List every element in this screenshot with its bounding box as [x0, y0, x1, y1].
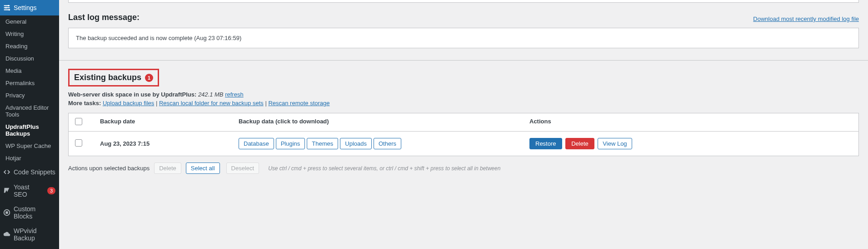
rescan-remote-link[interactable]: Rescan remote storage — [268, 100, 329, 107]
sidebar-item-advanced-editor-tools[interactable]: Advanced Editor Tools — [0, 102, 59, 121]
sidebar-label: WPvivid Backup — [14, 227, 55, 242]
sidebar-item-course-access[interactable]: Course Access — [0, 245, 59, 249]
upload-backup-files-link[interactable]: Upload backup files — [103, 100, 154, 107]
bulk-actions-bar: Actions upon selected backups Delete Sel… — [68, 163, 859, 174]
svg-rect-4 — [5, 211, 8, 213]
sidebar-item-general[interactable]: General — [0, 15, 59, 28]
download-others-button[interactable]: Others — [374, 138, 401, 149]
existing-backups-highlight: Existing backups 1 — [68, 69, 159, 86]
download-themes-button[interactable]: Themes — [307, 138, 338, 149]
admin-sidebar: Settings GeneralWritingReadingDiscussion… — [0, 0, 59, 249]
sidebar-item-discussion[interactable]: Discussion — [0, 52, 59, 65]
code-icon — [3, 168, 11, 176]
panel-top-edge — [68, 0, 859, 3]
main-content: Last log message: Download most recently… — [59, 0, 868, 249]
block-icon — [3, 208, 11, 217]
download-database-button[interactable]: Database — [239, 138, 274, 149]
delete-button[interactable]: Delete — [565, 138, 594, 149]
svg-point-0 — [8, 5, 10, 7]
col-header-actions: Actions — [529, 118, 852, 127]
sidebar-item-code-snippets[interactable]: Code Snippets — [0, 164, 59, 180]
sidebar-item-reading[interactable]: Reading — [0, 40, 59, 52]
bulk-actions-label: Actions upon selected backups — [68, 165, 150, 172]
sidebar-item-hotjar[interactable]: Hotjar — [0, 152, 59, 164]
download-log-link[interactable]: Download most recently modified log file — [753, 15, 859, 22]
bulk-delete-button[interactable]: Delete — [154, 163, 181, 174]
svg-point-2 — [9, 9, 10, 11]
sidebar-item-privacy[interactable]: Privacy — [0, 89, 59, 102]
notification-badge: 3 — [47, 187, 55, 194]
download-plugins-button[interactable]: Plugins — [276, 138, 305, 149]
col-header-date: Backup date — [100, 118, 239, 127]
sidebar-label: Settings — [14, 4, 37, 11]
section-divider — [59, 60, 868, 61]
cloud-icon — [3, 230, 11, 239]
row-checkbox[interactable] — [75, 139, 82, 147]
sidebar-item-custom-blocks[interactable]: Custom Blocks — [0, 202, 59, 224]
disk-space-label: Web-server disk space in use by UpdraftP… — [68, 91, 196, 98]
sidebar-label: Yoast SEO — [14, 183, 43, 198]
disk-space-value: 242.1 MB — [198, 91, 224, 98]
backup-count-badge: 1 — [145, 74, 153, 82]
restore-button[interactable]: Restore — [529, 138, 562, 149]
download-uploads-button[interactable]: Uploads — [340, 138, 372, 149]
more-tasks-line: More tasks: Upload backup files | Rescan… — [68, 100, 859, 107]
sidebar-item-writing[interactable]: Writing — [0, 28, 59, 40]
refresh-link[interactable]: refresh — [225, 91, 243, 98]
sidebar-item-settings[interactable]: Settings — [0, 0, 59, 15]
existing-backups-heading: Existing backups — [74, 73, 141, 82]
table-row: Aug 23, 2023 7:15 DatabasePluginsThemesU… — [69, 132, 858, 156]
table-header: Backup date Backup data (click to downlo… — [69, 113, 858, 132]
sidebar-label: Code Snippets — [14, 168, 55, 176]
sidebar-item-yoast-seo[interactable]: Yoast SEO3 — [0, 180, 59, 202]
rescan-local-link[interactable]: Rescan local folder for new backup sets — [159, 100, 264, 107]
last-log-heading: Last log message: — [68, 13, 140, 22]
sidebar-item-permalinks[interactable]: Permalinks — [0, 77, 59, 89]
select-all-button[interactable]: Select all — [186, 163, 220, 174]
deselect-button[interactable]: Deselect — [226, 163, 259, 174]
sidebar-label: Custom Blocks — [14, 205, 55, 220]
select-all-checkbox[interactable] — [75, 118, 82, 125]
more-tasks-label: More tasks: — [68, 100, 101, 107]
sidebar-item-wp-super-cache[interactable]: WP Super Cache — [0, 140, 59, 152]
sidebar-item-media[interactable]: Media — [0, 65, 59, 77]
disk-space-line: Web-server disk space in use by UpdraftP… — [68, 91, 859, 98]
log-message-box: The backup succeeded and is now complete… — [68, 28, 859, 48]
backups-table: Backup date Backup data (click to downlo… — [68, 113, 859, 156]
sidebar-item-wpvivid-backup[interactable]: WPvivid Backup — [0, 224, 59, 245]
yoast-icon — [3, 187, 11, 195]
sidebar-item-updraftplus-backups[interactable]: UpdraftPlus Backups — [0, 121, 59, 140]
backup-date: Aug 23, 2023 7:15 — [100, 140, 239, 147]
view-log-button[interactable]: View Log — [598, 138, 632, 149]
svg-point-1 — [5, 7, 7, 9]
col-header-data: Backup data (click to download) — [239, 118, 529, 127]
sliders-icon — [3, 4, 11, 12]
selection-hint: Use ctrl / cmd + press to select several… — [268, 165, 500, 172]
